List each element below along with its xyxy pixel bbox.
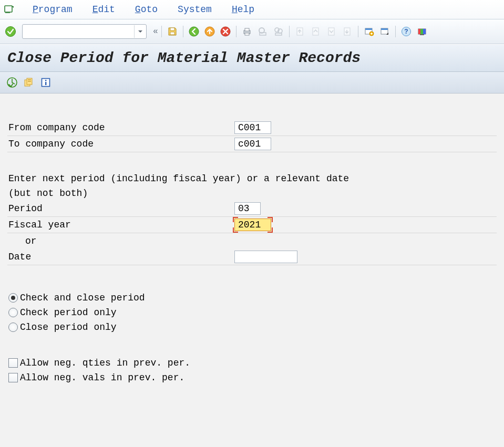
back-button[interactable] (188, 25, 200, 38)
enter-button[interactable] (4, 25, 17, 38)
svg-rect-28 (418, 29, 420, 34)
mode-radio-group: Check and close period Check period only… (7, 290, 497, 335)
exit-button[interactable] (203, 25, 216, 38)
checkbox-icon (8, 373, 18, 382)
instruction-text: Enter next period (including fiscal year… (7, 171, 497, 201)
radio-icon (8, 293, 18, 303)
menu-program[interactable]: Program (30, 3, 75, 16)
date-row: Date (7, 249, 497, 265)
find-button[interactable] (256, 25, 269, 38)
generate-shortcut-button[interactable] (378, 25, 391, 38)
svg-rect-0 (5, 6, 12, 12)
svg-rect-36 (28, 81, 31, 82)
execute-button[interactable] (6, 77, 18, 88)
period-label: Period (7, 203, 234, 214)
svg-rect-31 (420, 34, 424, 35)
save-button[interactable] (166, 25, 179, 38)
period-input[interactable] (234, 202, 261, 215)
command-dropdown[interactable] (134, 25, 146, 38)
checkbox-group: Allow neg. qties in prev. per. Allow neg… (7, 356, 497, 385)
command-field[interactable] (22, 24, 147, 39)
last-page-button[interactable] (341, 25, 354, 38)
fiscal-year-label: Fiscal year (7, 220, 234, 230)
svg-rect-17 (313, 28, 318, 35)
find-next-button[interactable] (272, 25, 285, 38)
to-company-code-row: To company code (7, 136, 497, 152)
svg-rect-10 (245, 33, 249, 35)
radio-close-only[interactable]: Close period only (7, 320, 497, 335)
menu-window-icon[interactable] (3, 4, 15, 15)
from-company-code-row: From company code (7, 120, 497, 136)
radio-check-only[interactable]: Check period only (7, 305, 497, 320)
next-page-button[interactable] (325, 25, 338, 38)
fiscal-year-row: Fiscal year (7, 217, 497, 233)
info-button[interactable] (40, 77, 52, 88)
from-company-code-label: From company code (7, 122, 234, 133)
svg-rect-38 (45, 80, 46, 81)
date-input[interactable] (234, 251, 297, 263)
checkbox-label: Allow neg. vals in prev. per. (20, 372, 184, 383)
from-company-code-input[interactable] (234, 121, 271, 134)
radio-label: Check period only (20, 307, 117, 318)
fiscal-year-focus-indicator (234, 219, 271, 231)
cancel-button[interactable] (219, 25, 232, 38)
svg-rect-3 (170, 28, 174, 30)
svg-rect-15 (275, 33, 282, 35)
application-toolbar (0, 72, 504, 93)
period-row: Period (7, 201, 497, 217)
collapse-icon[interactable]: « (153, 27, 156, 36)
svg-rect-30 (423, 29, 426, 34)
svg-rect-35 (28, 79, 31, 80)
svg-point-2 (6, 27, 16, 37)
checkbox-neg-qty[interactable]: Allow neg. qties in prev. per. (7, 356, 497, 370)
help-button[interactable]: ? (400, 25, 413, 38)
radio-label: Close period only (20, 322, 117, 332)
svg-rect-9 (245, 28, 249, 31)
print-button[interactable] (241, 25, 253, 38)
layout-button[interactable] (416, 25, 428, 38)
svg-rect-29 (420, 29, 423, 34)
svg-rect-24 (381, 28, 388, 30)
radio-icon (8, 308, 18, 317)
page-title: Close Period for Material Master Records (0, 44, 504, 72)
radio-check-and-close[interactable]: Check and close period (7, 290, 497, 305)
svg-text:?: ? (404, 28, 408, 35)
or-label: or (7, 236, 251, 246)
menu-help[interactable]: Help (230, 3, 256, 16)
radio-label: Check and close period (20, 293, 145, 303)
checkbox-icon (8, 358, 18, 368)
menu-edit[interactable]: Edit (90, 3, 117, 16)
checkbox-neg-val[interactable]: Allow neg. vals in prev. per. (7, 370, 497, 385)
svg-rect-4 (170, 32, 174, 35)
standard-toolbar: « ? (0, 19, 504, 44)
form-area: From company code To company code Enter … (0, 93, 504, 392)
date-label: Date (7, 252, 234, 262)
to-company-code-label: To company code (7, 139, 234, 149)
radio-icon (8, 323, 18, 332)
prev-page-button[interactable] (310, 25, 322, 38)
checkbox-label: Allow neg. qties in prev. per. (20, 358, 190, 368)
variant-button[interactable] (23, 77, 35, 88)
svg-rect-18 (328, 28, 334, 35)
fiscal-year-input[interactable] (234, 219, 271, 231)
svg-rect-39 (45, 82, 46, 85)
svg-rect-21 (365, 28, 372, 30)
or-row: or (7, 233, 497, 249)
command-input[interactable] (23, 26, 134, 37)
svg-point-5 (189, 27, 199, 36)
menu-bar: Program Edit Goto System Help (0, 0, 504, 19)
menu-goto[interactable]: Goto (133, 3, 160, 16)
menu-system[interactable]: System (176, 3, 214, 16)
new-session-button[interactable] (363, 25, 375, 38)
first-page-button[interactable] (294, 25, 306, 38)
to-company-code-input[interactable] (234, 138, 271, 150)
